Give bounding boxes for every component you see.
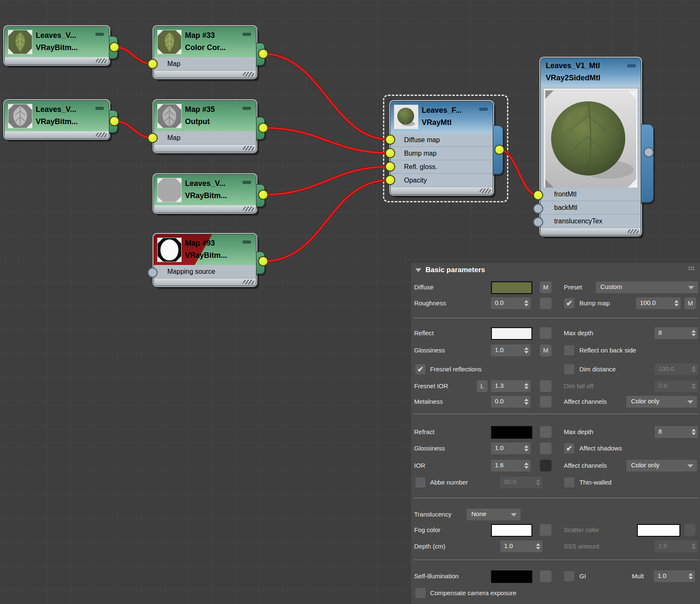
input-socket[interactable] — [385, 148, 395, 158]
collapse-icon[interactable] — [243, 107, 251, 110]
resize-grip-icon[interactable] — [480, 188, 491, 193]
ior-spinner[interactable]: 1.6 — [491, 460, 531, 472]
resize-grip-icon[interactable] — [96, 58, 107, 63]
metalness-map-button[interactable] — [540, 396, 552, 408]
input-socket[interactable] — [385, 162, 395, 172]
node-leaves-bitmap-3[interactable]: Leaves_V... VRayBitm... — [153, 174, 256, 213]
fresnel-ior-map-button[interactable] — [540, 380, 552, 392]
resize-grip-icon[interactable] — [243, 280, 254, 284]
bump-map-checkbox[interactable]: ✔ — [564, 298, 574, 308]
input-slot-backmtl[interactable]: backMtl — [541, 201, 641, 215]
reflect-glossiness-map-button[interactable]: M — [540, 344, 552, 356]
input-slot-opacity[interactable]: Opacity — [391, 174, 493, 187]
input-socket-empty[interactable] — [533, 217, 543, 227]
diffuse-map-button[interactable]: M — [540, 281, 552, 293]
output-socket[interactable] — [258, 123, 268, 133]
mult-spinner[interactable]: 1.0 — [654, 570, 695, 582]
output-socket-empty[interactable] — [644, 147, 654, 157]
input-slot-translucencytex[interactable]: translucencyTex — [541, 215, 641, 228]
spinner-arrows-icon[interactable] — [524, 383, 528, 389]
collapse-icon[interactable] — [243, 241, 251, 244]
fresnel-reflections-checkbox[interactable]: ✔ — [415, 364, 425, 374]
gi-checkbox[interactable] — [564, 571, 574, 581]
spinner-arrows-icon[interactable] — [692, 330, 696, 336]
input-socket[interactable] — [148, 59, 158, 69]
fog-color-swatch[interactable] — [491, 524, 532, 537]
spinner-arrows-icon[interactable] — [524, 300, 528, 307]
dim-distance-checkbox[interactable] — [564, 364, 574, 374]
refract-glossiness-spinner[interactable]: 1.0 — [491, 442, 531, 454]
bump-map-button[interactable]: M — [684, 297, 696, 309]
abbe-number-checkbox[interactable] — [415, 477, 425, 487]
output-socket[interactable] — [109, 42, 119, 52]
resize-grip-icon[interactable] — [96, 132, 107, 137]
node-vray2sidedmtl[interactable]: Leaves_V1_Mtl VRay2SidedMtl — [540, 58, 641, 236]
affect-channels-reflect-dropdown[interactable]: Color only — [626, 396, 697, 408]
refract-map-button[interactable] — [540, 426, 552, 438]
resize-grip-icon[interactable] — [243, 207, 254, 211]
node-map33[interactable]: Map #33 Color Cor... Map — [153, 26, 256, 78]
fog-map-button[interactable] — [540, 524, 552, 536]
reflect-back-side-checkbox[interactable] — [564, 345, 574, 355]
input-slot-refl-gloss[interactable]: Refl. gloss. — [391, 160, 493, 174]
resize-grip-icon[interactable] — [243, 72, 254, 77]
output-socket[interactable] — [258, 49, 268, 59]
rollout-title[interactable]: Basic parameters — [425, 266, 485, 274]
resize-grip-icon[interactable] — [243, 146, 254, 151]
input-socket[interactable] — [533, 190, 543, 200]
ior-map-button[interactable] — [540, 460, 552, 472]
node-vraymtl-leaves-front[interactable]: Leaves_F... VRayMtl Diffuse map Bump map… — [390, 101, 493, 195]
roughness-spinner[interactable]: 0.0 — [491, 297, 531, 309]
input-slot-map[interactable]: Map — [154, 57, 256, 71]
reflect-glossiness-spinner[interactable]: 1.0 — [491, 344, 531, 356]
thin-walled-checkbox[interactable] — [564, 477, 574, 487]
spinner-arrows-icon[interactable] — [674, 300, 679, 307]
refract-max-depth-spinner[interactable]: 8 — [655, 426, 698, 438]
self-illumination-map-button[interactable] — [540, 570, 552, 582]
bump-amount-spinner[interactable]: 100.0 — [636, 297, 681, 309]
input-socket[interactable] — [148, 133, 158, 143]
metalness-spinner[interactable]: 0.0 — [491, 396, 531, 408]
collapse-icon[interactable] — [627, 64, 636, 67]
input-slot-map[interactable]: Map — [154, 131, 256, 145]
output-socket[interactable] — [258, 256, 268, 266]
translucency-dropdown[interactable]: None — [467, 509, 520, 520]
spinner-arrows-icon[interactable] — [692, 429, 696, 435]
output-socket[interactable] — [258, 190, 268, 200]
input-socket-empty[interactable] — [533, 204, 543, 214]
input-slot-diffuse-map[interactable]: Diffuse map — [391, 133, 493, 147]
output-socket[interactable] — [494, 145, 505, 155]
collapse-icon[interactable] — [243, 33, 251, 36]
collapse-icon[interactable] — [479, 108, 488, 111]
panel-drag-handle-icon[interactable] — [688, 266, 695, 271]
input-socket[interactable] — [385, 135, 395, 145]
diffuse-color-swatch[interactable] — [491, 281, 532, 294]
fresnel-ior-lock-button[interactable]: L — [477, 380, 488, 392]
spinner-arrows-icon[interactable] — [524, 399, 528, 405]
compensate-exposure-checkbox[interactable] — [415, 588, 425, 598]
input-slot-mapping-source[interactable]: Mapping source — [154, 265, 256, 278]
input-socket[interactable] — [385, 175, 395, 185]
spinner-arrows-icon[interactable] — [689, 573, 693, 580]
input-socket-empty[interactable] — [148, 268, 158, 278]
reflect-max-depth-spinner[interactable]: 8 — [655, 327, 698, 339]
reflect-color-swatch[interactable] — [491, 327, 532, 340]
input-slot-frontmtl[interactable]: frontMtl — [541, 188, 641, 201]
reflect-map-button[interactable] — [540, 327, 552, 339]
roughness-map-button[interactable] — [540, 297, 552, 309]
input-slot-bump-map[interactable]: Bump map — [391, 147, 493, 160]
slate-material-editor-canvas[interactable]: Leaves_V... VRayBitm... Map — [0, 0, 700, 604]
spinner-arrows-icon[interactable] — [524, 347, 528, 354]
output-socket[interactable] — [109, 116, 119, 126]
spinner-arrows-icon[interactable] — [536, 543, 540, 550]
refract-color-swatch[interactable] — [491, 426, 532, 439]
self-illumination-swatch[interactable] — [491, 570, 532, 583]
depth-spinner[interactable]: 1.0 — [500, 540, 542, 552]
spinner-arrows-icon[interactable] — [524, 463, 528, 469]
affect-channels-refract-dropdown[interactable]: Color only — [626, 460, 697, 472]
refract-glossiness-map-button[interactable] — [540, 442, 552, 454]
preset-dropdown[interactable]: Custom — [596, 281, 698, 293]
node-map35[interactable]: Map #35 Output Map — [153, 100, 256, 152]
node-map93[interactable]: Map #93 VRayBitm... Mapping source — [153, 234, 256, 286]
spinner-arrows-icon[interactable] — [524, 445, 528, 452]
